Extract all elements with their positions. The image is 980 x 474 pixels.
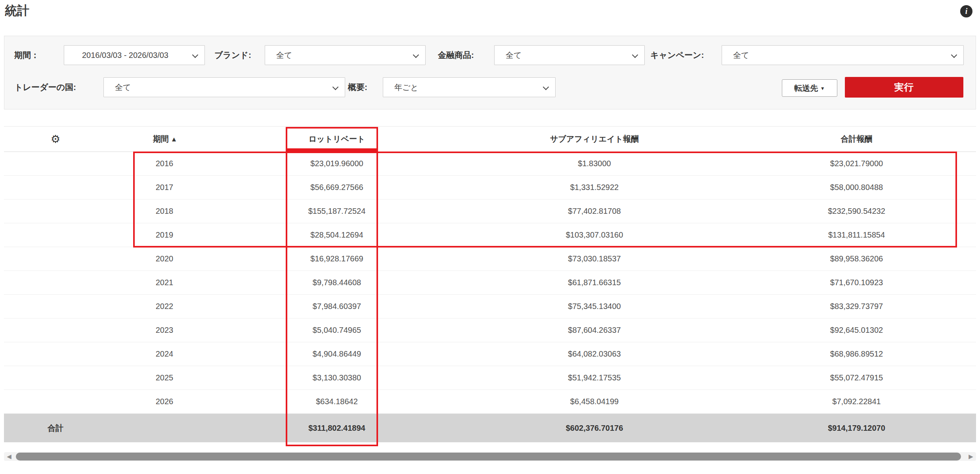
brand-select[interactable]: 全て xyxy=(265,45,426,65)
horizontal-scrollbar[interactable]: ◀ ▶ xyxy=(4,452,976,461)
row-period-cell: 2022 xyxy=(107,295,222,318)
column-header-period[interactable]: 期間 ▲ xyxy=(107,127,222,152)
table-row: 2022 $7,984.60397 $75,345.13400 $83,329.… xyxy=(4,295,976,319)
forward-button-label: 転送先 xyxy=(794,84,818,92)
column-header-lot-rebate-label: ロットリベート xyxy=(309,134,365,144)
row-total-cell: $58,000.80488 xyxy=(737,176,976,199)
row-sub-affiliate-cell: $87,604.26337 xyxy=(452,319,737,342)
column-header-period-label: 期間 xyxy=(153,134,169,144)
forward-button[interactable]: 転送先 ▼ xyxy=(782,79,837,97)
row-lot-rebate-cell: $5,040.74965 xyxy=(222,319,452,342)
row-sub-affiliate-cell: $73,030.18537 xyxy=(452,247,737,271)
total-lot-rebate-cell: $311,802.41894 xyxy=(222,414,452,442)
row-total-cell: $55,072.47915 xyxy=(737,366,976,390)
row-sub-affiliate-cell: $75,345.13400 xyxy=(452,295,737,318)
row-lot-rebate-cell: $28,504.12694 xyxy=(222,223,452,247)
row-total-cell: $232,590.54232 xyxy=(737,200,976,223)
trader-country-select[interactable]: 全て xyxy=(103,77,345,97)
row-period-cell: 2019 xyxy=(107,223,222,247)
row-lot-rebate-cell: $9,798.44608 xyxy=(222,271,452,294)
row-lot-rebate-cell: $23,019.96000 xyxy=(222,152,452,175)
statistics-table: ⚙ 期間 ▲ ロットリベート サブアフィリエイト報酬 合計報酬 2016 $23… xyxy=(4,126,976,442)
row-settings-cell xyxy=(4,390,107,413)
scroll-right-icon[interactable]: ▶ xyxy=(967,452,975,461)
info-icon[interactable]: i xyxy=(960,5,972,17)
period-label: 期間： xyxy=(14,45,39,65)
row-lot-rebate-cell: $16,928.17669 xyxy=(222,247,452,271)
total-sub-affiliate-cell: $602,376.70176 xyxy=(452,414,737,442)
column-header-total[interactable]: 合計報酬 xyxy=(737,127,976,152)
row-settings-cell xyxy=(4,152,107,175)
row-settings-cell xyxy=(4,176,107,199)
chevron-down-icon xyxy=(951,52,957,58)
sort-asc-icon: ▲ xyxy=(172,136,176,142)
row-sub-affiliate-cell: $77,402.81708 xyxy=(452,200,737,223)
total-period-cell xyxy=(107,414,222,442)
summary-label: 概要: xyxy=(348,77,367,97)
caret-down-icon: ▼ xyxy=(820,86,825,91)
chevron-down-icon xyxy=(632,52,638,58)
scroll-left-icon[interactable]: ◀ xyxy=(5,452,13,461)
column-header-lot-rebate[interactable]: ロットリベート xyxy=(222,127,452,152)
summary-select[interactable]: 年ごと xyxy=(383,77,556,97)
row-sub-affiliate-cell: $64,082.03063 xyxy=(452,342,737,366)
brand-select-value: 全て xyxy=(276,51,292,59)
chevron-down-icon xyxy=(332,84,339,90)
row-settings-cell xyxy=(4,247,107,271)
run-button[interactable]: 実行 xyxy=(845,77,963,98)
period-select[interactable]: 2016/03/03 - 2026/03/03 xyxy=(64,45,205,65)
row-sub-affiliate-cell: $6,458.04199 xyxy=(452,390,737,413)
trader-country-select-value: 全て xyxy=(115,83,131,92)
row-lot-rebate-cell: $7,984.60397 xyxy=(222,295,452,318)
table-row: 2024 $4,904.86449 $64,082.03063 $68,986.… xyxy=(4,342,976,366)
chevron-down-icon xyxy=(192,52,199,58)
summary-select-value: 年ごと xyxy=(394,83,418,92)
table-total-row: 合計 $311,802.41894 $602,376.70176 $914,17… xyxy=(4,414,976,442)
row-sub-affiliate-cell: $1,331.52922 xyxy=(452,176,737,199)
row-total-cell: $71,670.10923 xyxy=(737,271,976,294)
row-period-cell: 2020 xyxy=(107,247,222,271)
row-period-cell: 2024 xyxy=(107,342,222,366)
trader-country-label: トレーダーの国: xyxy=(14,77,76,97)
total-total-cell: $914,179.12070 xyxy=(737,414,976,442)
row-lot-rebate-cell: $3,130.30380 xyxy=(222,366,452,390)
row-settings-cell xyxy=(4,319,107,342)
row-sub-affiliate-cell: $61,871.66315 xyxy=(452,271,737,294)
total-label-cell: 合計 xyxy=(4,414,107,442)
table-body: 2016 $23,019.96000 $1.83000 $23,021.7900… xyxy=(4,152,976,414)
table-row: 2019 $28,504.12694 $103,307.03160 $131,8… xyxy=(4,223,976,247)
row-sub-affiliate-cell: $1.83000 xyxy=(452,152,737,175)
row-total-cell: $92,645.01302 xyxy=(737,319,976,342)
row-settings-cell xyxy=(4,200,107,223)
product-select[interactable]: 全て xyxy=(494,45,645,65)
row-period-cell: 2021 xyxy=(107,271,222,294)
row-total-cell: $83,329.73797 xyxy=(737,295,976,318)
row-sub-affiliate-cell: $51,942.17535 xyxy=(452,366,737,390)
table-row: 2021 $9,798.44608 $61,871.66315 $71,670.… xyxy=(4,271,976,295)
table-row: 2020 $16,928.17669 $73,030.18537 $89,958… xyxy=(4,247,976,271)
column-settings-header: ⚙ xyxy=(4,127,107,152)
table-row: 2016 $23,019.96000 $1.83000 $23,021.7900… xyxy=(4,152,976,176)
row-total-cell: $131,811.15854 xyxy=(737,223,976,247)
product-label: 金融商品: xyxy=(438,45,474,65)
page-title: 統計 xyxy=(5,2,29,19)
row-total-cell: $7,092.22841 xyxy=(737,390,976,413)
filter-panel: 期間： 2016/03/03 - 2026/03/03 ブランド: 全て 金融商… xyxy=(4,36,976,109)
gear-icon[interactable]: ⚙ xyxy=(51,133,60,145)
column-header-sub-affiliate[interactable]: サブアフィリエイト報酬 xyxy=(452,127,737,152)
table-row: 2018 $155,187.72524 $77,402.81708 $232,5… xyxy=(4,200,976,223)
row-settings-cell xyxy=(4,366,107,390)
brand-label: ブランド: xyxy=(214,45,251,65)
row-settings-cell xyxy=(4,295,107,318)
scrollbar-thumb[interactable] xyxy=(16,453,961,461)
column-header-sub-affiliate-label: サブアフィリエイト報酬 xyxy=(550,134,639,144)
campaign-select[interactable]: 全て xyxy=(722,45,964,65)
row-period-cell: 2025 xyxy=(107,366,222,390)
row-period-cell: 2017 xyxy=(107,176,222,199)
campaign-select-value: 全て xyxy=(733,51,749,59)
statistics-page: 統計 i 期間： 2016/03/03 - 2026/03/03 ブランド: 全… xyxy=(0,0,980,474)
campaign-label: キャンペーン: xyxy=(650,45,704,65)
table-row: 2023 $5,040.74965 $87,604.26337 $92,645.… xyxy=(4,319,976,342)
row-total-cell: $68,986.89512 xyxy=(737,342,976,366)
column-header-total-label: 合計報酬 xyxy=(841,134,873,144)
